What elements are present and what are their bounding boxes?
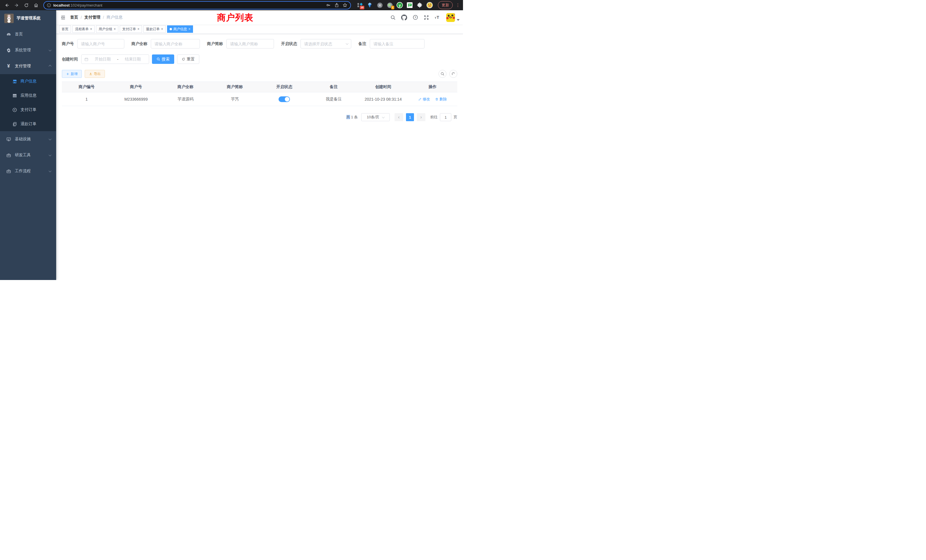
table-header-row: 商户编号 商户号 商户全称 商户简称 开启状态 备注 创建时间 操作 <box>62 82 457 92</box>
caret-down-icon <box>457 19 460 21</box>
sidebar-item-dev-tools[interactable]: 研发工具 <box>0 147 56 163</box>
github-icon[interactable] <box>401 15 407 21</box>
app-title: 芋道管理系统 <box>17 16 41 21</box>
font-size-icon[interactable]: TT <box>434 15 441 20</box>
address-bar[interactable]: localhost:1024/pay/merchant <box>43 1 351 9</box>
reset-button[interactable]: 重置 <box>177 54 199 64</box>
sidebar-item-system[interactable]: 系统管理 <box>0 42 56 58</box>
search-icon <box>440 72 445 76</box>
sidebar-item-infrastructure[interactable]: 基础设施 <box>0 131 56 147</box>
extension-kite-icon[interactable] <box>367 2 373 8</box>
bookmark-star-icon[interactable] <box>342 3 348 8</box>
browser-menu-icon[interactable]: ⋮ <box>455 3 460 8</box>
browser-update-button[interactable]: 更新 <box>438 1 453 9</box>
tab-close-icon[interactable]: × <box>138 27 139 31</box>
col-actions: 操作 <box>408 82 457 92</box>
sidebar-item-home[interactable]: 首页 <box>0 26 56 42</box>
page-size-select[interactable]: 10条/页 <box>361 113 390 121</box>
browser-toolbar: localhost:1024/pay/merchant 10 ⌘ 1 <box>0 0 463 10</box>
extension-command-icon[interactable]: ⌘ <box>377 2 383 8</box>
tab-merchant-info[interactable]: 商户信息× <box>167 26 193 33</box>
tab-refund-orders[interactable]: 退款订单× <box>144 26 166 33</box>
remark-input[interactable] <box>370 39 425 48</box>
breadcrumb-separator: / <box>103 15 104 20</box>
monitor-icon <box>5 137 12 142</box>
tab-close-icon[interactable]: × <box>188 27 191 31</box>
sidebar: 芋道管理系统 首页 系统管理 ¥ <box>0 10 56 280</box>
site-info-icon[interactable] <box>47 3 51 8</box>
search-button[interactable]: 搜索 <box>152 54 174 64</box>
browser-profile-avatar[interactable] <box>427 2 433 8</box>
refresh-icon <box>182 57 185 61</box>
delete-link[interactable]: 删除 <box>435 97 447 102</box>
browser-back-button[interactable] <box>3 1 11 9</box>
merchant-name-label: 商户全称 <box>132 41 147 47</box>
status-toggle[interactable] <box>278 96 290 102</box>
refresh-table-button[interactable] <box>449 70 457 78</box>
create-time-range-picker[interactable]: 开始日期 - 结束日期 <box>81 54 149 64</box>
yen-circle-icon: ¥ <box>11 107 18 112</box>
tab-user-group[interactable]: 用户分组× <box>96 26 118 33</box>
sidebar-item-workflow[interactable]: 工作流程 <box>0 163 56 179</box>
url-path: :1024/pay/merchant <box>70 3 102 8</box>
hamburger-icon <box>61 15 66 20</box>
tab-pay-orders[interactable]: 支付订单× <box>120 26 142 33</box>
extensions-puzzle-icon[interactable] <box>416 2 423 8</box>
browser-forward-button[interactable] <box>12 1 21 9</box>
tab-process-form[interactable]: 流程表单× <box>73 26 95 33</box>
toolbox-icon <box>5 153 12 158</box>
col-merchant-no: 商户号 <box>111 82 160 92</box>
browser-reload-button[interactable] <box>22 1 30 9</box>
sidebar-item-pay-orders[interactable]: ¥ 支付订单 <box>0 103 56 117</box>
toggle-search-button[interactable] <box>439 70 446 78</box>
sidebar-toggle-button[interactable] <box>56 10 70 24</box>
app-logo-row[interactable]: 芋道管理系统 <box>0 10 56 26</box>
merchant-no-input[interactable] <box>77 39 124 48</box>
next-page-button[interactable]: › <box>417 113 425 121</box>
sidebar-item-refund-orders[interactable]: 退款订单 <box>0 117 56 131</box>
table-toolbar: 新增 导出 <box>62 70 457 78</box>
tab-close-icon[interactable]: × <box>114 27 116 31</box>
refresh-icon <box>451 72 455 76</box>
download-icon <box>89 72 92 76</box>
password-key-icon[interactable] <box>326 3 331 8</box>
browser-home-button[interactable] <box>32 1 40 9</box>
extension-adblock-icon[interactable]: 10 <box>357 2 363 8</box>
edit-link[interactable]: 修改 <box>418 97 430 102</box>
sidebar-item-payment[interactable]: ¥ 支付管理 <box>0 58 56 74</box>
grid-icon <box>11 93 18 98</box>
reload-icon <box>24 3 29 8</box>
extension-chat-icon[interactable] <box>407 2 413 8</box>
chevron-down-icon <box>49 170 51 172</box>
tab-home[interactable]: 首页 <box>59 26 71 33</box>
sidebar-item-merchant-info[interactable]: 商户信息 <box>0 74 56 88</box>
page-number-1[interactable]: 1 <box>406 113 414 121</box>
add-button[interactable]: 新增 <box>62 70 82 78</box>
sidebar-item-app-info[interactable]: 应用信息 <box>0 88 56 103</box>
pagination: 共 1 条 10条/页 ‹ 1 › 前往 页 <box>62 113 457 121</box>
forward-arrow-icon <box>14 3 19 8</box>
goto-page-input[interactable] <box>440 113 451 121</box>
breadcrumb-home[interactable]: 首页 <box>70 15 78 20</box>
tags-view-bar: 首页 流程表单× 用户分组× 支付订单× 退款订单× 商户信息× <box>56 24 463 34</box>
remark-label: 备注 <box>359 41 366 47</box>
tab-close-icon[interactable]: × <box>161 27 163 31</box>
screen: localhost:1024/pay/merchant 10 ⌘ 1 <box>0 0 463 280</box>
export-button[interactable]: 导出 <box>85 70 105 78</box>
user-avatar-menu[interactable] <box>446 13 460 22</box>
merchant-name-input[interactable] <box>151 39 200 48</box>
share-icon[interactable] <box>334 3 339 8</box>
help-icon[interactable]: ? <box>413 15 418 20</box>
extension-y-icon[interactable]: y <box>396 2 403 8</box>
sidebar-item-label: 工作流程 <box>15 168 31 174</box>
fullscreen-icon[interactable] <box>424 15 429 20</box>
tab-close-icon[interactable]: × <box>90 27 92 31</box>
prev-page-button[interactable]: ‹ <box>395 113 403 121</box>
status-select[interactable] <box>301 39 351 48</box>
col-merchant-id: 商户编号 <box>62 82 111 92</box>
extension-recorder-icon[interactable]: 1 <box>387 2 393 8</box>
breadcrumb-separator: / <box>81 15 82 20</box>
breadcrumb-payment[interactable]: 支付管理 <box>85 15 100 20</box>
header-search-icon[interactable] <box>390 15 396 20</box>
merchant-short-input[interactable] <box>226 39 274 48</box>
